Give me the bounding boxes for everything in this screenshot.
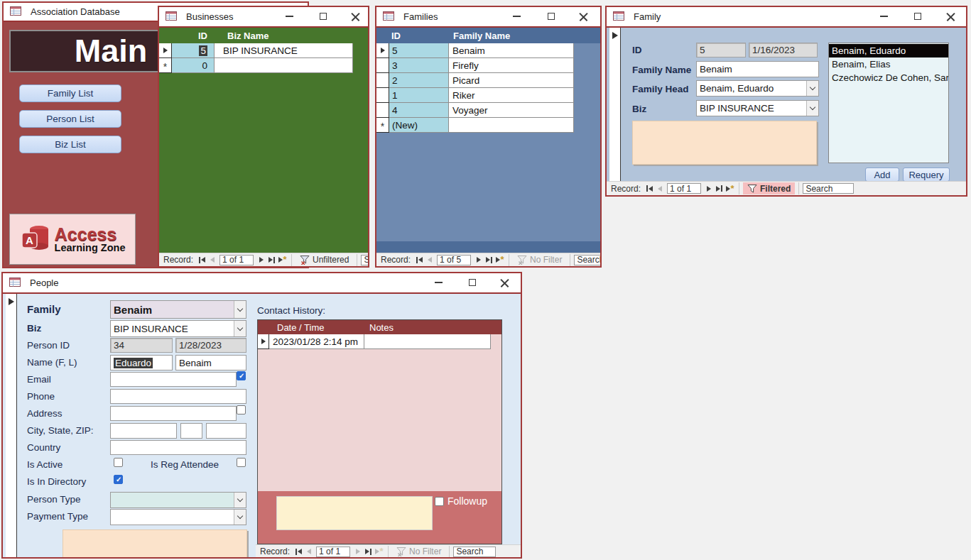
- first-name-field[interactable]: Eduardo: [110, 355, 173, 370]
- chevron-down-icon[interactable]: [806, 81, 818, 96]
- id-cell[interactable]: 1: [389, 88, 449, 103]
- record-selector[interactable]: [376, 103, 389, 118]
- contact-note-input[interactable]: [276, 496, 433, 530]
- list-item[interactable]: Benaim, Elias: [829, 57, 948, 71]
- search-input[interactable]: Search: [361, 255, 368, 265]
- filter-toggle[interactable]: No Filter: [513, 254, 566, 266]
- email-checkbox[interactable]: [237, 371, 246, 380]
- column-header-id[interactable]: ID: [389, 28, 449, 43]
- payment-type-combobox[interactable]: [110, 509, 246, 525]
- chevron-down-icon[interactable]: [234, 321, 246, 336]
- datetime-cell[interactable]: 2023/01/28 2:14 pm: [269, 334, 364, 349]
- family-notes-input[interactable]: [632, 121, 817, 165]
- businesses-titlebar[interactable]: Businesses: [159, 7, 368, 28]
- minimize-button[interactable]: [506, 7, 528, 26]
- next-record-button[interactable]: [256, 255, 266, 265]
- chevron-down-icon[interactable]: [234, 493, 246, 507]
- notes-cell[interactable]: [364, 334, 491, 349]
- minimize-button[interactable]: [278, 7, 300, 26]
- first-record-button[interactable]: [644, 183, 654, 194]
- id-cell[interactable]: 2: [389, 73, 449, 88]
- name-cell[interactable]: Riker: [449, 88, 574, 103]
- next-record-button[interactable]: [703, 183, 714, 194]
- is-active-checkbox[interactable]: [114, 458, 123, 467]
- biz-combobox[interactable]: BIP INSURANCE: [110, 320, 246, 337]
- family-head-combobox[interactable]: Benaim, Eduardo: [696, 80, 819, 97]
- maximize-button[interactable]: [312, 7, 334, 26]
- id-cell[interactable]: 4: [389, 103, 449, 118]
- form-record-selector[interactable]: [6, 294, 17, 557]
- close-button[interactable]: [940, 7, 962, 26]
- last-record-button[interactable]: [484, 255, 494, 265]
- family-name-field[interactable]: Benaim: [696, 61, 819, 77]
- chevron-down-icon[interactable]: [806, 101, 818, 116]
- maximize-button[interactable]: [461, 273, 483, 292]
- record-selector[interactable]: [376, 58, 389, 73]
- people-notes-input[interactable]: [63, 529, 247, 559]
- new-record-button[interactable]: *: [277, 255, 288, 265]
- address-field[interactable]: [110, 406, 237, 421]
- record-position[interactable]: 1 of 1: [667, 183, 701, 194]
- next-record-button[interactable]: [352, 547, 363, 557]
- is-in-directory-checkbox[interactable]: [114, 475, 123, 484]
- minimize-button[interactable]: [873, 7, 895, 26]
- record-selector[interactable]: [159, 43, 172, 58]
- column-header-familyname[interactable]: Family Name: [449, 28, 574, 43]
- id-cell[interactable]: 3: [389, 58, 449, 73]
- first-record-button[interactable]: [413, 255, 424, 265]
- followup-checkbox[interactable]: [435, 497, 444, 506]
- filter-toggle[interactable]: No Filter: [392, 546, 445, 558]
- id-cell[interactable]: (New): [389, 118, 449, 133]
- family-combobox[interactable]: Benaim: [110, 300, 246, 319]
- column-header-id[interactable]: ID: [172, 28, 215, 43]
- record-selector[interactable]: [376, 88, 389, 103]
- record-position[interactable]: 1 of 1: [316, 547, 350, 557]
- city-field[interactable]: [110, 423, 177, 439]
- filter-toggle[interactable]: Unfiltered: [295, 254, 353, 266]
- filter-toggle[interactable]: Filtered: [743, 182, 795, 194]
- email-field[interactable]: [110, 372, 237, 387]
- chevron-down-icon[interactable]: [234, 510, 246, 525]
- record-selector[interactable]: [258, 334, 269, 349]
- list-item[interactable]: Benaim, Eduardo: [829, 44, 948, 57]
- column-header-notes[interactable]: Notes: [364, 322, 394, 333]
- last-name-field[interactable]: Benaim: [175, 355, 246, 370]
- family-biz-combobox[interactable]: BIP INSURANCE: [696, 100, 819, 116]
- maximize-button[interactable]: [540, 7, 562, 26]
- search-input[interactable]: Search: [574, 255, 600, 265]
- people-titlebar[interactable]: People: [3, 273, 521, 294]
- record-position[interactable]: 1 of 5: [437, 255, 471, 265]
- requery-button[interactable]: Requery: [903, 168, 950, 182]
- person-type-combobox[interactable]: [110, 492, 246, 508]
- last-record-button[interactable]: [266, 255, 277, 265]
- previous-record-button[interactable]: [424, 255, 435, 265]
- search-input[interactable]: Search: [453, 547, 496, 557]
- close-button[interactable]: [573, 7, 595, 26]
- biz-list-button[interactable]: Biz List: [19, 136, 121, 153]
- new-record-button[interactable]: *: [374, 547, 384, 557]
- record-selector[interactable]: [376, 43, 389, 58]
- new-record-selector[interactable]: *: [376, 118, 389, 133]
- column-header-bizname[interactable]: Biz Name: [215, 28, 353, 43]
- state-field[interactable]: [180, 423, 202, 439]
- close-button[interactable]: [345, 7, 367, 26]
- add-button[interactable]: Add: [865, 168, 899, 182]
- maximize-button[interactable]: [906, 7, 928, 26]
- id-cell[interactable]: 5: [389, 43, 449, 58]
- name-cell[interactable]: Voyager: [449, 103, 574, 118]
- record-selector[interactable]: [376, 73, 389, 88]
- country-field[interactable]: [110, 440, 246, 455]
- new-record-selector[interactable]: *: [159, 58, 172, 73]
- name-cell[interactable]: Picard: [449, 73, 574, 88]
- close-button[interactable]: [494, 273, 516, 292]
- previous-record-button[interactable]: [207, 255, 217, 265]
- first-record-button[interactable]: [293, 547, 303, 557]
- id-cell[interactable]: 0: [172, 58, 215, 73]
- name-cell[interactable]: [449, 118, 574, 133]
- last-record-button[interactable]: [363, 547, 374, 557]
- new-record-button[interactable]: *: [725, 183, 735, 194]
- previous-record-button[interactable]: [303, 547, 314, 557]
- phone-field[interactable]: [110, 389, 246, 404]
- family-titlebar[interactable]: Family: [607, 7, 966, 28]
- is-reg-attendee-checkbox[interactable]: [237, 458, 246, 467]
